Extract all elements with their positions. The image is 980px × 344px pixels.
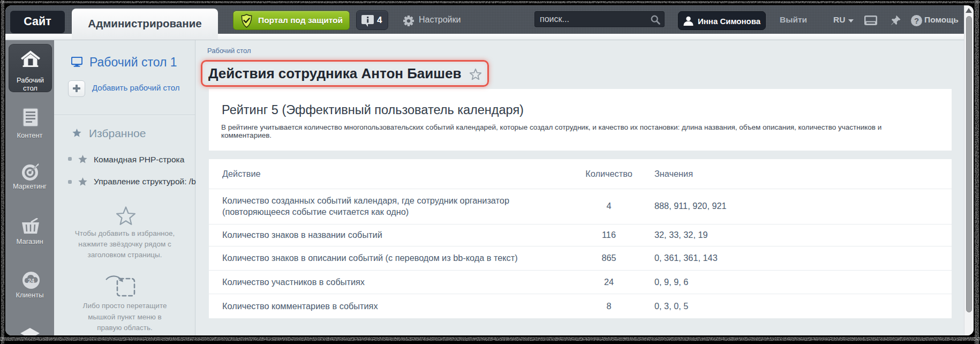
svg-text:24: 24 (28, 278, 35, 284)
